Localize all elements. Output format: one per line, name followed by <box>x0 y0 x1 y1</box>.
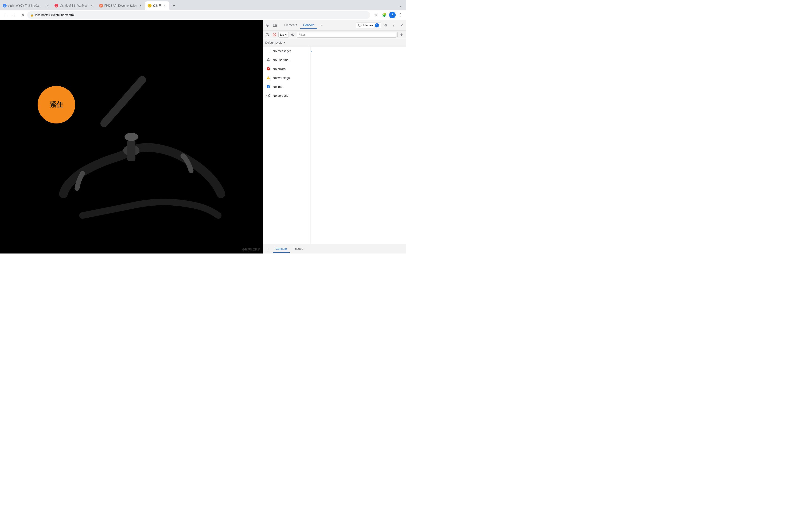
menu-button[interactable]: ⋮ <box>397 11 404 19</box>
tab-2-favicon: V <box>54 4 58 7</box>
bike-svg <box>0 20 263 253</box>
no-warnings-label: No warnings <box>273 76 290 79</box>
bookmark-button[interactable]: ☆ <box>372 11 380 19</box>
filter-no-info[interactable]: i No info <box>263 82 310 91</box>
warning-icon: ! <box>266 75 270 80</box>
tab-bar-menu-button[interactable]: ⌄ <box>398 2 404 9</box>
more-options-button[interactable]: ⋮ <box>390 22 397 29</box>
no-messages-label: No messages <box>273 49 291 53</box>
page-content: 紧住 <box>0 20 263 253</box>
tab-3-favicon: P <box>99 4 103 7</box>
tab-1[interactable]: e ezshine/YCY-TrainingCamp-S... ✕ <box>0 1 52 10</box>
svg-text:!: ! <box>268 77 268 79</box>
filter-no-verbose[interactable]: No verbose <box>263 91 310 100</box>
svg-line-6 <box>267 34 268 36</box>
svg-rect-9 <box>267 50 270 50</box>
forward-button[interactable]: → <box>10 11 18 19</box>
filter-no-messages[interactable]: No messages <box>263 47 310 55</box>
console-sidebar: No messages No user me... <box>263 47 310 244</box>
svg-point-20 <box>268 97 268 97</box>
watermark: 小程序生态比较 <box>242 247 260 251</box>
address-text: localhost:8080/src/index.html <box>35 13 367 17</box>
tab-2-close[interactable]: ✕ <box>90 4 94 7</box>
tab-bar: e ezshine/YCY-TrainingCamp-S... ✕ V VanM… <box>0 0 406 10</box>
filter-input[interactable] <box>297 32 396 38</box>
no-user-messages-label: No user me... <box>273 58 291 62</box>
device-icon <box>273 23 277 27</box>
filter-no-user-messages[interactable]: No user me... <box>263 55 310 64</box>
tab-4-close[interactable]: ✕ <box>163 4 166 7</box>
nav-right: ☆ 🧩 人 ⋮ <box>372 11 404 19</box>
settings-button[interactable]: ⚙ <box>382 22 389 29</box>
no-errors-label: No errors <box>273 67 286 71</box>
levels-text: Default levels <box>265 41 282 44</box>
console-tab[interactable]: Console <box>300 22 317 29</box>
svg-text:✕: ✕ <box>267 67 269 70</box>
browser-window: e ezshine/YCY-TrainingCamp-S... ✕ V VanM… <box>0 0 406 253</box>
chat-icon: 💬 <box>358 24 362 27</box>
tab-1-favicon: e <box>3 4 7 7</box>
profile-button[interactable]: 人 <box>389 12 396 18</box>
tab-3-close[interactable]: ✕ <box>138 4 142 7</box>
expand-section: › <box>310 47 312 244</box>
svg-text:i: i <box>268 85 268 88</box>
elements-tab[interactable]: Elements <box>282 22 300 29</box>
clear-console-button[interactable] <box>264 32 270 38</box>
svg-rect-10 <box>267 51 270 51</box>
issues-count: 2 <box>375 23 379 27</box>
reload-button[interactable]: ↻ <box>19 11 26 19</box>
devtools-toolbar-right: 💬 2 Issues: 2 ⚙ ⋮ ✕ <box>356 22 405 29</box>
tab-3-label: PixiJS API Documentation <box>104 4 137 7</box>
inspect-element-button[interactable] <box>264 22 271 29</box>
content-area: 紧住 <box>0 20 406 253</box>
device-toggle-button[interactable] <box>271 22 278 29</box>
tab-4[interactable]: 猿 猿创营 ✕ <box>145 1 169 10</box>
devtools-panel: Elements Console » 💬 2 Issues: 2 ⚙ ⋮ ✕ <box>263 20 406 253</box>
devtools-levels-bar: Default levels ▼ <box>263 39 406 47</box>
info-icon: i <box>266 84 270 89</box>
cursor-icon <box>265 23 269 27</box>
issues-label: 2 Issues: <box>362 24 374 27</box>
svg-rect-11 <box>267 52 270 52</box>
filter-settings-button[interactable]: ⚙ <box>399 32 405 38</box>
new-tab-button[interactable]: + <box>170 2 177 9</box>
address-bar[interactable]: 🔒 localhost:8080/src/index.html <box>27 11 370 19</box>
frame-selector[interactable]: top ▼ <box>278 32 289 38</box>
svg-rect-4 <box>275 25 276 26</box>
error-icon: ✕ <box>266 67 270 71</box>
tab-1-label: ezshine/YCY-TrainingCamp-S... <box>8 4 44 7</box>
tab-4-label: 猿创营 <box>153 4 161 8</box>
devtools-toolbar: Elements Console » 💬 2 Issues: 2 ⚙ ⋮ ✕ <box>263 20 406 31</box>
levels-dropdown-icon: ▼ <box>283 41 286 44</box>
nav-bar: ← → ↻ 🔒 localhost:8080/src/index.html ☆ … <box>0 10 406 20</box>
issues-badge[interactable]: 💬 2 Issues: 2 <box>356 22 381 29</box>
filter-no-warnings[interactable]: ! No warnings <box>263 73 310 82</box>
svg-point-8 <box>292 34 293 35</box>
console-bottom-tab[interactable]: Console <box>273 245 290 253</box>
filter-no-errors[interactable]: ✕ No errors <box>263 64 310 73</box>
bottom-more-options[interactable]: ⋮ <box>265 246 271 252</box>
tab-4-favicon: 猿 <box>148 4 152 7</box>
user-icon <box>266 58 270 62</box>
tab-1-close[interactable]: ✕ <box>45 4 49 7</box>
block-network-button[interactable]: 🚫 <box>271 32 277 38</box>
issues-bottom-tab[interactable]: Issues <box>292 245 306 253</box>
tab-3[interactable]: P PixiJS API Documentation ✕ <box>96 1 145 10</box>
svg-point-12 <box>268 58 269 60</box>
svg-rect-3 <box>273 24 275 26</box>
devtools-bottom-bar: ⋮ Console Issues <box>263 244 406 253</box>
clear-icon <box>266 33 269 36</box>
svg-point-2 <box>124 133 138 141</box>
tab-2-label: VanMoof S3 | VanMoof <box>60 4 88 7</box>
default-levels-selector[interactable]: Default levels ▼ <box>265 41 286 44</box>
tab-2[interactable]: V VanMoof S3 | VanMoof ✕ <box>52 1 96 10</box>
tab-bar-right: ⌄ <box>398 2 406 9</box>
preserve-log-button[interactable] <box>290 32 296 38</box>
back-button[interactable]: ← <box>2 11 9 19</box>
close-devtools-button[interactable]: ✕ <box>398 22 405 29</box>
filter-divider <box>397 33 398 37</box>
console-main <box>312 47 406 244</box>
extensions-button[interactable]: 🧩 <box>380 11 388 19</box>
svg-rect-1 <box>128 139 136 161</box>
more-tabs-button[interactable]: » <box>318 22 325 29</box>
